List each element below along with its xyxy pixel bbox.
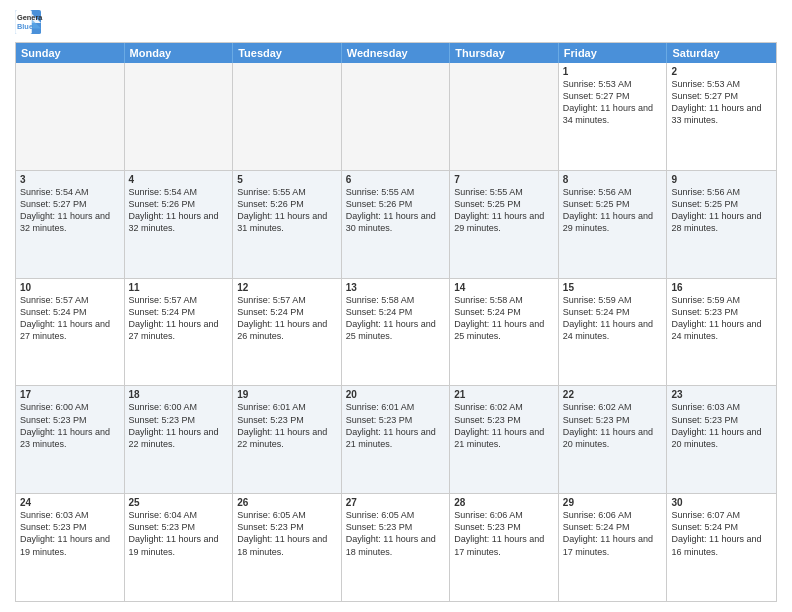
day-number: 8 xyxy=(563,174,663,185)
day-cell-20: 20Sunrise: 6:01 AM Sunset: 5:23 PM Dayli… xyxy=(342,386,451,493)
day-number: 22 xyxy=(563,389,663,400)
day-cell-27: 27Sunrise: 6:05 AM Sunset: 5:23 PM Dayli… xyxy=(342,494,451,601)
day-number: 19 xyxy=(237,389,337,400)
day-cell-24: 24Sunrise: 6:03 AM Sunset: 5:23 PM Dayli… xyxy=(16,494,125,601)
header-cell-tuesday: Tuesday xyxy=(233,43,342,63)
day-number: 13 xyxy=(346,282,446,293)
day-number: 21 xyxy=(454,389,554,400)
day-number: 10 xyxy=(20,282,120,293)
day-number: 27 xyxy=(346,497,446,508)
empty-cell xyxy=(450,63,559,170)
calendar-row: 24Sunrise: 6:03 AM Sunset: 5:23 PM Dayli… xyxy=(16,494,776,601)
day-number: 14 xyxy=(454,282,554,293)
header-cell-wednesday: Wednesday xyxy=(342,43,451,63)
day-info: Sunrise: 6:00 AM Sunset: 5:23 PM Dayligh… xyxy=(129,401,229,450)
page: General Blue SundayMondayTuesdayWednesda… xyxy=(0,0,792,612)
day-number: 2 xyxy=(671,66,772,77)
day-cell-22: 22Sunrise: 6:02 AM Sunset: 5:23 PM Dayli… xyxy=(559,386,668,493)
day-info: Sunrise: 6:01 AM Sunset: 5:23 PM Dayligh… xyxy=(346,401,446,450)
day-number: 30 xyxy=(671,497,772,508)
day-number: 6 xyxy=(346,174,446,185)
day-info: Sunrise: 6:06 AM Sunset: 5:24 PM Dayligh… xyxy=(563,509,663,558)
day-info: Sunrise: 6:03 AM Sunset: 5:23 PM Dayligh… xyxy=(20,509,120,558)
day-cell-29: 29Sunrise: 6:06 AM Sunset: 5:24 PM Dayli… xyxy=(559,494,668,601)
day-cell-19: 19Sunrise: 6:01 AM Sunset: 5:23 PM Dayli… xyxy=(233,386,342,493)
calendar-row: 3Sunrise: 5:54 AM Sunset: 5:27 PM Daylig… xyxy=(16,171,776,279)
day-info: Sunrise: 5:58 AM Sunset: 5:24 PM Dayligh… xyxy=(454,294,554,343)
calendar-row: 1Sunrise: 5:53 AM Sunset: 5:27 PM Daylig… xyxy=(16,63,776,171)
calendar-row: 10Sunrise: 5:57 AM Sunset: 5:24 PM Dayli… xyxy=(16,279,776,387)
day-cell-18: 18Sunrise: 6:00 AM Sunset: 5:23 PM Dayli… xyxy=(125,386,234,493)
day-cell-1: 1Sunrise: 5:53 AM Sunset: 5:27 PM Daylig… xyxy=(559,63,668,170)
day-number: 17 xyxy=(20,389,120,400)
empty-cell xyxy=(125,63,234,170)
day-info: Sunrise: 6:05 AM Sunset: 5:23 PM Dayligh… xyxy=(237,509,337,558)
day-cell-14: 14Sunrise: 5:58 AM Sunset: 5:24 PM Dayli… xyxy=(450,279,559,386)
day-cell-30: 30Sunrise: 6:07 AM Sunset: 5:24 PM Dayli… xyxy=(667,494,776,601)
calendar: SundayMondayTuesdayWednesdayThursdayFrid… xyxy=(15,42,777,602)
day-number: 7 xyxy=(454,174,554,185)
day-info: Sunrise: 5:57 AM Sunset: 5:24 PM Dayligh… xyxy=(237,294,337,343)
day-info: Sunrise: 5:55 AM Sunset: 5:26 PM Dayligh… xyxy=(346,186,446,235)
calendar-header: SundayMondayTuesdayWednesdayThursdayFrid… xyxy=(16,43,776,63)
day-number: 26 xyxy=(237,497,337,508)
logo-icon: General Blue xyxy=(15,10,43,34)
day-info: Sunrise: 5:53 AM Sunset: 5:27 PM Dayligh… xyxy=(671,78,772,127)
calendar-row: 17Sunrise: 6:00 AM Sunset: 5:23 PM Dayli… xyxy=(16,386,776,494)
day-info: Sunrise: 5:57 AM Sunset: 5:24 PM Dayligh… xyxy=(129,294,229,343)
day-cell-6: 6Sunrise: 5:55 AM Sunset: 5:26 PM Daylig… xyxy=(342,171,451,278)
day-number: 25 xyxy=(129,497,229,508)
svg-text:General: General xyxy=(17,13,43,22)
day-cell-7: 7Sunrise: 5:55 AM Sunset: 5:25 PM Daylig… xyxy=(450,171,559,278)
day-info: Sunrise: 6:06 AM Sunset: 5:23 PM Dayligh… xyxy=(454,509,554,558)
day-number: 28 xyxy=(454,497,554,508)
day-info: Sunrise: 5:59 AM Sunset: 5:24 PM Dayligh… xyxy=(563,294,663,343)
day-info: Sunrise: 5:55 AM Sunset: 5:25 PM Dayligh… xyxy=(454,186,554,235)
day-number: 15 xyxy=(563,282,663,293)
day-cell-5: 5Sunrise: 5:55 AM Sunset: 5:26 PM Daylig… xyxy=(233,171,342,278)
day-info: Sunrise: 5:53 AM Sunset: 5:27 PM Dayligh… xyxy=(563,78,663,127)
day-cell-13: 13Sunrise: 5:58 AM Sunset: 5:24 PM Dayli… xyxy=(342,279,451,386)
day-number: 16 xyxy=(671,282,772,293)
day-cell-8: 8Sunrise: 5:56 AM Sunset: 5:25 PM Daylig… xyxy=(559,171,668,278)
day-info: Sunrise: 6:03 AM Sunset: 5:23 PM Dayligh… xyxy=(671,401,772,450)
day-info: Sunrise: 5:56 AM Sunset: 5:25 PM Dayligh… xyxy=(563,186,663,235)
calendar-body: 1Sunrise: 5:53 AM Sunset: 5:27 PM Daylig… xyxy=(16,63,776,601)
day-info: Sunrise: 5:54 AM Sunset: 5:26 PM Dayligh… xyxy=(129,186,229,235)
day-info: Sunrise: 6:05 AM Sunset: 5:23 PM Dayligh… xyxy=(346,509,446,558)
day-info: Sunrise: 5:54 AM Sunset: 5:27 PM Dayligh… xyxy=(20,186,120,235)
day-cell-10: 10Sunrise: 5:57 AM Sunset: 5:24 PM Dayli… xyxy=(16,279,125,386)
day-info: Sunrise: 5:57 AM Sunset: 5:24 PM Dayligh… xyxy=(20,294,120,343)
day-number: 29 xyxy=(563,497,663,508)
day-info: Sunrise: 5:59 AM Sunset: 5:23 PM Dayligh… xyxy=(671,294,772,343)
header-cell-thursday: Thursday xyxy=(450,43,559,63)
day-number: 11 xyxy=(129,282,229,293)
header-cell-friday: Friday xyxy=(559,43,668,63)
day-cell-11: 11Sunrise: 5:57 AM Sunset: 5:24 PM Dayli… xyxy=(125,279,234,386)
day-info: Sunrise: 6:02 AM Sunset: 5:23 PM Dayligh… xyxy=(454,401,554,450)
day-info: Sunrise: 6:01 AM Sunset: 5:23 PM Dayligh… xyxy=(237,401,337,450)
day-number: 24 xyxy=(20,497,120,508)
empty-cell xyxy=(342,63,451,170)
empty-cell xyxy=(233,63,342,170)
day-cell-4: 4Sunrise: 5:54 AM Sunset: 5:26 PM Daylig… xyxy=(125,171,234,278)
day-number: 12 xyxy=(237,282,337,293)
day-info: Sunrise: 6:04 AM Sunset: 5:23 PM Dayligh… xyxy=(129,509,229,558)
day-number: 20 xyxy=(346,389,446,400)
header: General Blue xyxy=(15,10,777,34)
day-number: 1 xyxy=(563,66,663,77)
logo: General Blue xyxy=(15,10,43,34)
day-number: 9 xyxy=(671,174,772,185)
day-info: Sunrise: 5:58 AM Sunset: 5:24 PM Dayligh… xyxy=(346,294,446,343)
svg-text:Blue: Blue xyxy=(17,22,33,31)
day-number: 23 xyxy=(671,389,772,400)
day-cell-25: 25Sunrise: 6:04 AM Sunset: 5:23 PM Dayli… xyxy=(125,494,234,601)
day-info: Sunrise: 5:56 AM Sunset: 5:25 PM Dayligh… xyxy=(671,186,772,235)
day-cell-16: 16Sunrise: 5:59 AM Sunset: 5:23 PM Dayli… xyxy=(667,279,776,386)
day-cell-3: 3Sunrise: 5:54 AM Sunset: 5:27 PM Daylig… xyxy=(16,171,125,278)
day-number: 5 xyxy=(237,174,337,185)
day-cell-21: 21Sunrise: 6:02 AM Sunset: 5:23 PM Dayli… xyxy=(450,386,559,493)
day-cell-28: 28Sunrise: 6:06 AM Sunset: 5:23 PM Dayli… xyxy=(450,494,559,601)
day-info: Sunrise: 6:00 AM Sunset: 5:23 PM Dayligh… xyxy=(20,401,120,450)
header-cell-saturday: Saturday xyxy=(667,43,776,63)
